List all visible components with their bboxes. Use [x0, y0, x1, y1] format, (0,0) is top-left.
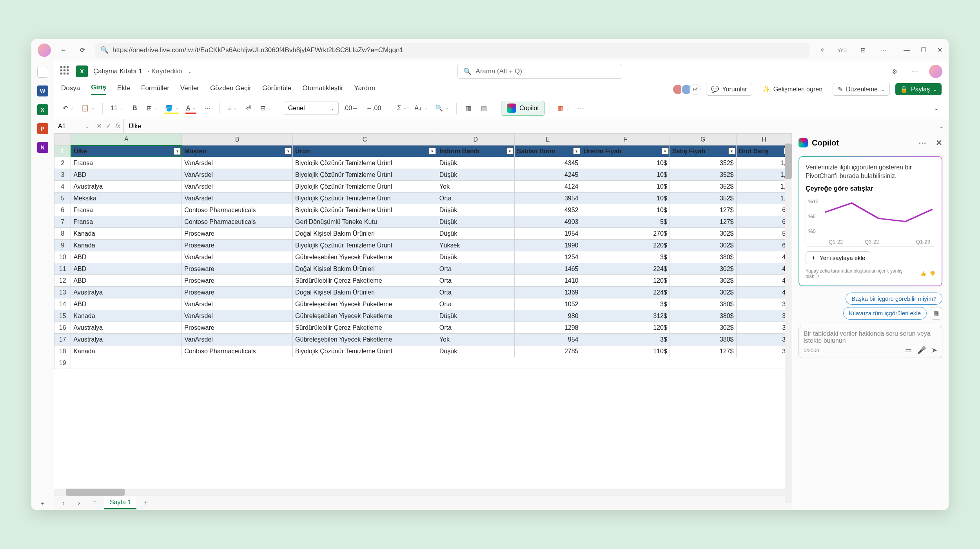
address-bar[interactable]: 🔍 https://onedrive.live.com/:w:/t/EaCKkP…	[95, 43, 809, 58]
cell[interactable]: 1,3	[736, 193, 792, 204]
horizontal-scrollbar[interactable]	[54, 489, 792, 496]
cell[interactable]: Orta	[437, 263, 514, 275]
send-icon[interactable]: ➤	[931, 346, 937, 354]
cell[interactable]: VanArsdel	[182, 334, 293, 345]
cell[interactable]: 1052	[514, 298, 581, 310]
cell[interactable]: Kanada	[71, 240, 182, 251]
cell[interactable]: Kanada	[71, 310, 182, 322]
cell[interactable]: 302$	[670, 275, 736, 287]
cell[interactable]: 220$	[581, 240, 670, 251]
cell[interactable]: Düşük	[437, 251, 514, 263]
cell[interactable]: Contoso Pharmaceuticals	[182, 216, 293, 228]
thumbs-up-icon[interactable]: 👍	[920, 271, 926, 276]
copilot-button[interactable]: Copilot	[501, 101, 545, 116]
cell[interactable]: 42	[736, 275, 792, 287]
cell[interactable]: Gübreleşebilen Yiyecek Paketleme	[293, 334, 437, 345]
cell[interactable]: Avustralya	[71, 181, 182, 193]
cell[interactable]: 352$	[670, 169, 736, 181]
maximize-button[interactable]: ☐	[921, 46, 926, 54]
cell[interactable]: Proseware	[182, 240, 293, 251]
cell[interactable]: 380$	[670, 298, 736, 310]
cell[interactable]: 37	[736, 310, 792, 322]
cell[interactable]: 3$	[581, 298, 670, 310]
cell[interactable]: 10$	[581, 157, 670, 169]
align-button[interactable]: ≡⌄	[224, 101, 240, 115]
cell[interactable]: 120$	[581, 322, 670, 334]
cell[interactable]: 127$	[670, 204, 736, 216]
tab-data[interactable]: Veriler	[180, 84, 199, 95]
cell[interactable]: VanArsdel	[182, 181, 293, 193]
close-button[interactable]: ✕	[937, 46, 942, 54]
rail-powerpoint-icon[interactable]: P	[37, 123, 48, 134]
cell[interactable]: Kanada	[71, 345, 182, 357]
font-size-input[interactable]: 11⌄	[107, 101, 126, 115]
cell[interactable]: Biyolojik Çözünür Temizleme Ürünl	[293, 181, 437, 193]
cell[interactable]: 224$	[581, 287, 670, 298]
cell[interactable]: Orta	[437, 322, 514, 334]
cell[interactable]: Avustralya	[71, 334, 182, 345]
editing-mode-button[interactable]: ✎ Düzenleme ⌄	[833, 83, 890, 96]
cell[interactable]: Biyolojik Çözünür Temizleme Ürünl	[293, 204, 437, 216]
cell[interactable]: 4952	[514, 204, 581, 216]
cell[interactable]: Orta	[437, 193, 514, 204]
cell[interactable]: Orta	[437, 298, 514, 310]
cell[interactable]: 10$	[581, 204, 670, 216]
browser-profile-avatar[interactable]	[38, 44, 51, 57]
number-format-select[interactable]: Genel⌄	[284, 102, 339, 115]
cell[interactable]: 120$	[581, 275, 670, 287]
undo-button[interactable]: ↶⌄	[60, 101, 76, 115]
cell[interactable]: 10$	[581, 181, 670, 193]
cell[interactable]: Proseware	[182, 263, 293, 275]
cell[interactable]: 62	[736, 216, 792, 228]
cell[interactable]: Düşük	[437, 345, 514, 357]
decrease-decimal-button[interactable]: .00→	[340, 101, 361, 115]
cell[interactable]: Kanada	[71, 228, 182, 240]
rail-excel-icon[interactable]: X	[37, 104, 48, 115]
cell[interactable]: Biyolojik Çözünür Temizleme Ürünl	[293, 345, 437, 357]
cell[interactable]: 1,5	[736, 157, 792, 169]
catchup-button[interactable]: ✨ Gelişmeleri öğren	[758, 83, 827, 95]
sheet-next-icon[interactable]: ›	[73, 497, 85, 509]
cell[interactable]: 302$	[670, 240, 736, 251]
analyze-data-button[interactable]: ▤	[477, 101, 491, 115]
cell[interactable]: 3$	[581, 334, 670, 345]
cell[interactable]: VanArsdel	[182, 169, 293, 181]
cell[interactable]: 41	[736, 287, 792, 298]
cell[interactable]: 380$	[670, 310, 736, 322]
cell[interactable]: 1298	[514, 322, 581, 334]
comments-button[interactable]: 💬 Yorumlar	[706, 83, 752, 96]
merge-button[interactable]: ⊟⌄	[257, 101, 274, 115]
vertical-scrollbar[interactable]	[785, 144, 792, 503]
fx-icon[interactable]: fx	[115, 122, 120, 130]
addins-button[interactable]: ▦	[461, 101, 475, 115]
cell[interactable]: 352$	[670, 193, 736, 204]
cell[interactable]: 1,4	[736, 169, 792, 181]
cell[interactable]: Orta	[437, 287, 514, 298]
cell[interactable]: Doğal Kişisel Bakım Ürünleri	[293, 228, 437, 240]
minimize-button[interactable]: —	[904, 47, 910, 54]
user-avatar[interactable]	[929, 65, 942, 78]
cell[interactable]: 10$	[581, 193, 670, 204]
cell[interactable]: VanArsdel	[182, 157, 293, 169]
tab-home[interactable]: Giriş	[91, 84, 106, 95]
tab-file[interactable]: Dosya	[61, 84, 80, 95]
bold-button[interactable]: B	[128, 101, 142, 115]
rail-add-button[interactable]: ＋	[36, 497, 49, 510]
copilot-input[interactable]: Bir tablodaki veriler hakkında soru soru…	[799, 326, 942, 358]
suggestion-grid-icon[interactable]: ▦	[930, 307, 942, 320]
rail-onenote-icon[interactable]: N	[37, 142, 48, 153]
cell[interactable]: Proseware	[182, 228, 293, 240]
cell[interactable]: VanArsdel	[182, 310, 293, 322]
cell[interactable]: 1954	[514, 228, 581, 240]
cell[interactable]: 35	[736, 345, 792, 357]
filter-icon[interactable]: ▾	[662, 147, 669, 155]
cell[interactable]: Düşük	[437, 157, 514, 169]
cell[interactable]: Gübreleşebilen Yiyecek Paketleme	[293, 251, 437, 263]
cell[interactable]: 302$	[670, 322, 736, 334]
name-box[interactable]: A1⌄	[54, 119, 93, 133]
cell[interactable]: VanArsdel	[182, 298, 293, 310]
cell[interactable]: 1990	[514, 240, 581, 251]
cell[interactable]: Biyolojik Çözünür Temizleme Ürünl	[293, 157, 437, 169]
toolbar-more-icon[interactable]: ⋯	[574, 101, 588, 115]
cell[interactable]: Proseware	[182, 287, 293, 298]
